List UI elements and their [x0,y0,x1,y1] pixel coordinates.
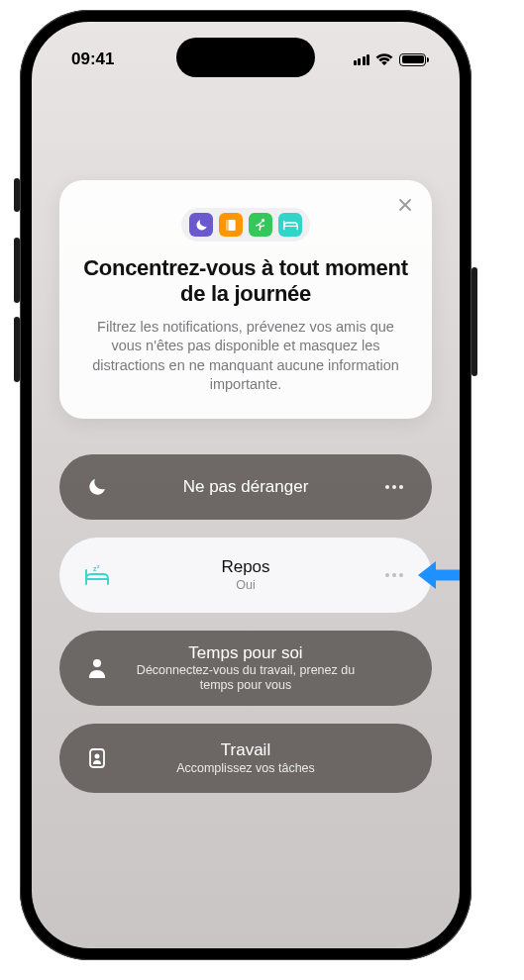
intro-title: Concentrez-vous à tout moment de la jour… [81,255,410,308]
person-icon [81,658,113,678]
focus-mode-list: Ne pas déranger z z Repos Oui [59,454,432,793]
wifi-icon [375,52,393,66]
focus-label: Temps pour soi [188,643,302,663]
more-icon[interactable] [378,485,410,489]
svg-rect-1 [226,219,228,230]
svg-point-7 [95,754,100,759]
hardware-power-button [472,267,477,376]
pointer-arrow-icon [414,555,460,595]
focus-sublabel: Accomplissez vos tâches [176,761,315,776]
intro-card: Concentrez-vous à tout moment de la jour… [59,180,432,419]
status-right [354,52,427,66]
focus-item-dnd[interactable]: Ne pas déranger [59,454,432,520]
status-time: 09:41 [71,49,114,69]
focus-sublabel: Oui [236,578,255,593]
focus-item-personal[interactable]: Temps pour soi Déconnectez-vous du trava… [59,631,432,706]
focus-setup-content: Concentrez-vous à tout moment de la jour… [32,180,460,793]
book-icon [219,213,243,237]
phone-frame: 09:41 [20,10,472,960]
svg-point-2 [262,219,264,222]
battery-icon [399,53,426,66]
intro-icon-row [181,208,310,242]
focus-label: Ne pas déranger [183,477,309,497]
bed-icon [278,213,302,237]
cellular-signal-icon [354,54,370,65]
moon-icon [189,213,213,237]
badge-icon [81,748,113,768]
svg-point-5 [93,659,101,667]
focus-item-sleep[interactable]: z z Repos Oui [59,538,432,613]
more-icon[interactable] [378,573,410,577]
svg-text:z: z [97,564,100,569]
moon-icon [81,477,113,497]
screen: 09:41 [32,22,460,948]
close-icon[interactable] [394,194,416,216]
focus-label: Repos [221,557,269,577]
intro-description: Filtrez les notifications, prévenez vos … [81,318,410,395]
focus-label: Travail [221,740,270,760]
bed-sleep-icon: z z [81,564,113,586]
focus-sublabel: Déconnectez-vous du travail, prenez du t… [119,663,372,693]
runner-icon [249,213,272,237]
dynamic-island [176,38,315,77]
focus-item-work[interactable]: Travail Accomplissez vos tâches [59,724,432,793]
